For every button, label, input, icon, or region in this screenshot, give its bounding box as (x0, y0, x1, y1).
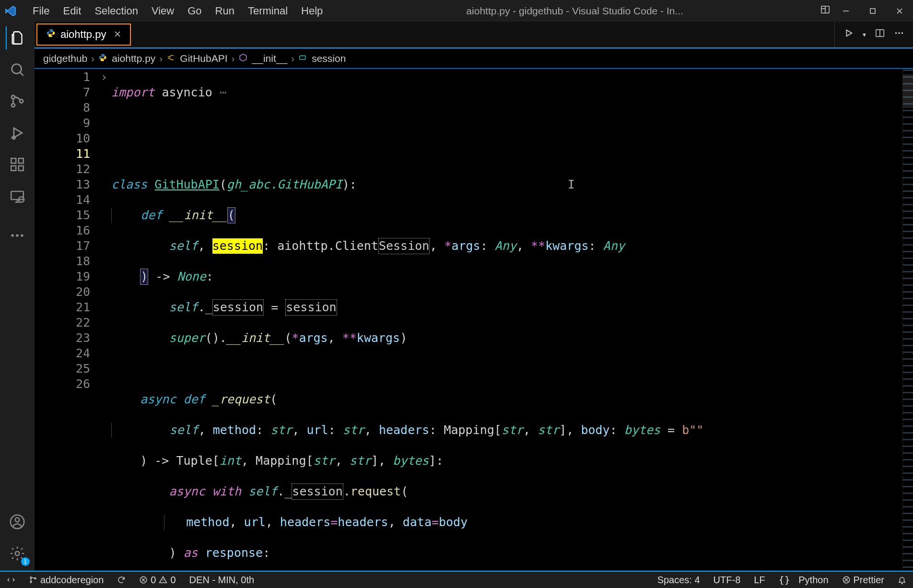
param: kwargs (357, 330, 400, 346)
line-number[interactable]: 24 (35, 346, 90, 361)
line-number[interactable]: 1 (35, 70, 90, 85)
vscode-logo-icon (4, 4, 17, 18)
line-number[interactable]: 9 (35, 116, 90, 131)
line-number[interactable]: 15 (35, 208, 90, 223)
tab-close-icon[interactable] (114, 28, 121, 41)
class-symbol-icon (166, 53, 175, 64)
encoding-indicator[interactable]: UTF-8 (707, 575, 748, 586)
fold-chevron-icon[interactable]: › (97, 70, 111, 85)
titlebar: File Edit Selection View Go Run Terminal… (0, 0, 913, 22)
svg-rect-10 (18, 158, 23, 163)
remote-indicator[interactable] (0, 576, 22, 584)
minimize-icon[interactable] (840, 5, 852, 17)
tab-filename: aiohttp.py (60, 28, 106, 41)
indent-indicator[interactable]: Spaces: 4 (651, 575, 707, 586)
menu-view[interactable]: View (145, 4, 181, 18)
maximize-icon[interactable] (867, 5, 878, 17)
fold-gutter[interactable]: › (97, 70, 111, 571)
source-control-icon[interactable] (6, 90, 29, 113)
eol-indicator[interactable]: LF (747, 575, 772, 586)
line-number[interactable]: 23 (35, 330, 90, 346)
remote-explorer-icon[interactable] (6, 185, 29, 208)
git-branch[interactable]: addcoderegion (22, 575, 110, 586)
minimap-slider[interactable] (903, 74, 913, 108)
language-indicator[interactable]: {} Python (772, 574, 835, 586)
svg-point-21 (898, 32, 900, 34)
self: self (248, 484, 277, 499)
split-editor-icon[interactable] (875, 28, 885, 41)
status-mode[interactable]: DEN - MIN, 0th (183, 575, 261, 586)
line-number[interactable]: 19 (35, 269, 90, 284)
explorer-icon[interactable] (6, 26, 29, 49)
extensions-icon[interactable] (6, 153, 29, 176)
more-icon[interactable] (6, 224, 29, 247)
menu-go[interactable]: Go (181, 4, 208, 18)
line-number[interactable]: 8 (35, 100, 90, 116)
line-number[interactable]: 11 (35, 146, 90, 162)
line-number-gutter[interactable]: 1 7 8 9 10 11 12 13 14 15 16 17 18 19 20… (35, 70, 97, 571)
line-number[interactable]: 14 (35, 192, 90, 208)
sync-icon[interactable] (110, 576, 132, 584)
type: str (502, 423, 523, 438)
line-number[interactable]: 25 (35, 361, 90, 376)
code-editor[interactable]: 1 7 8 9 10 11 12 13 14 15 16 17 18 19 20… (35, 69, 913, 571)
function-name: _request (212, 392, 270, 407)
keyword: def (140, 208, 162, 223)
method: request (351, 484, 401, 499)
line-number[interactable]: 22 (35, 315, 90, 330)
minimap[interactable] (902, 70, 913, 571)
type: None (177, 269, 206, 284)
type: str (270, 423, 292, 438)
type: Any (495, 238, 516, 254)
menu-file[interactable]: File (26, 4, 56, 18)
settings-gear-icon[interactable] (6, 542, 29, 565)
function-name: __init__ (169, 208, 227, 223)
python-file-icon (46, 28, 56, 41)
param: args (299, 330, 328, 346)
window-title: aiohttp.py - gidgethub - Visual Studio C… (329, 5, 820, 17)
breadcrumb[interactable]: gidgethub › aiohttp.py › GitHubAPI › __i… (35, 48, 913, 69)
more-actions-icon[interactable] (894, 28, 904, 41)
tab-aiohttp[interactable]: aiohttp.py (36, 24, 131, 46)
menu-selection[interactable]: Selection (88, 4, 145, 18)
prettier-indicator[interactable]: Prettier (835, 575, 891, 586)
highlighted-word: session (212, 238, 263, 254)
chevron-right-icon: › (159, 53, 163, 64)
run-dropdown-icon[interactable]: ▾ (863, 31, 866, 38)
breadcrumb-class[interactable]: GitHubAPI (180, 53, 227, 64)
search-icon[interactable] (6, 58, 29, 81)
line-number[interactable]: 12 (35, 162, 90, 177)
menu-terminal[interactable]: Terminal (241, 4, 294, 18)
menu-edit[interactable]: Edit (56, 4, 88, 18)
base-class: gh_abc.GitHubAPI (227, 177, 342, 192)
breadcrumb-variable[interactable]: session (312, 53, 346, 64)
run-debug-icon[interactable] (6, 121, 29, 144)
line-number[interactable]: 26 (35, 376, 90, 392)
line-number[interactable]: 10 (35, 131, 90, 146)
close-icon[interactable] (894, 5, 905, 17)
menu-help[interactable]: Help (294, 4, 329, 18)
breadcrumb-root[interactable]: gidgethub (43, 53, 87, 64)
breadcrumb-method[interactable]: __init__ (252, 53, 288, 64)
line-number[interactable]: 16 (35, 223, 90, 238)
layout-icon[interactable] (820, 4, 831, 17)
line-number[interactable]: 18 (35, 254, 90, 269)
problems-indicator[interactable]: 0 0 (132, 575, 182, 586)
line-number[interactable]: 13 (35, 177, 90, 192)
accounts-icon[interactable] (6, 510, 29, 533)
folded-code-icon[interactable]: ⋯ (212, 85, 227, 100)
line-number[interactable]: 17 (35, 238, 90, 254)
run-file-icon[interactable] (843, 28, 854, 41)
code-content[interactable]: import asyncio ⋯ class GitHubAPI(gh_abc.… (111, 70, 902, 571)
self: self (169, 238, 198, 254)
svg-point-15 (21, 234, 23, 237)
line-number[interactable]: 7 (35, 85, 90, 100)
line-number[interactable]: 20 (35, 284, 90, 300)
breadcrumb-file[interactable]: aiohttp.py (112, 53, 155, 64)
notifications-icon[interactable] (891, 576, 913, 584)
menu-run[interactable]: Run (209, 4, 241, 18)
svg-rect-9 (18, 166, 23, 171)
variable-symbol-icon (298, 53, 307, 64)
line-number[interactable]: 21 (35, 300, 90, 315)
string: b"" (682, 423, 703, 438)
